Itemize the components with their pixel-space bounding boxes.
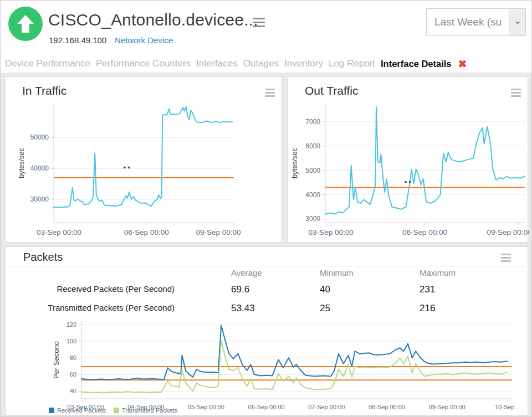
series-line-received-packets xyxy=(81,326,507,380)
series-line-out-traffic xyxy=(325,107,525,214)
x-tick-label: 10-Sep .. xyxy=(495,404,520,410)
legend-swatch-transmitted-packets xyxy=(114,408,119,413)
y-tick-label: 30000 xyxy=(30,195,49,203)
cell-minimum: 25 xyxy=(320,303,330,314)
device-title: CISCO_Antonello.devicee... xyxy=(48,11,258,29)
y-tick-label: 3000 xyxy=(305,215,320,223)
y-tick-label: 50000 xyxy=(30,133,49,141)
cell-average: 53.43 xyxy=(231,303,255,314)
y-tick-label: 5000 xyxy=(305,167,320,174)
y-tick-label: 40000 xyxy=(30,164,49,172)
x-tick-label: 07-Sep 00:00 xyxy=(308,404,345,410)
panel-title: In Traffic xyxy=(22,84,66,97)
tab-inventory[interactable]: Inventory xyxy=(284,58,323,69)
x-tick-label: 08-Sep 00:00 xyxy=(369,404,405,410)
column-header-minimum: Minimum xyxy=(320,268,354,277)
column-header-maximum: Maximum xyxy=(420,268,456,277)
chevron-down-icon: ⌄ xyxy=(514,15,521,27)
x-tick-label: 09-Sep 00:00 xyxy=(429,404,466,410)
legend-label: Transmitted Packets xyxy=(122,407,177,414)
out-traffic-panel: 3000400050006000700003-Sep 00:0006-Sep 0… xyxy=(288,76,528,243)
x-tick-label: 03-Sep 00:00 xyxy=(37,228,81,236)
y-tick-label: 4000 xyxy=(305,191,320,199)
close-icon[interactable]: ✖ xyxy=(458,58,467,70)
legend-item-received-packets: Received Packets xyxy=(49,407,106,414)
x-tick-label: 09-Sep 00:00 xyxy=(196,228,241,236)
marker-dot xyxy=(124,167,126,169)
x-tick-label: 05-Sep 00:00 xyxy=(188,404,224,410)
chart-legend: Received PacketsTransmitted Packets xyxy=(49,407,177,414)
packets-table-header: AverageMinimumMaximum xyxy=(6,268,528,279)
out-traffic-chart[interactable]: 3000400050006000700003-Sep 00:0006-Sep 0… xyxy=(288,77,529,243)
device-snapshot-page: { "header": { "title": "CISCO_Antonello.… xyxy=(0,0,532,417)
marker-dot xyxy=(409,181,411,183)
table-row-received-packets-per-second: Received Packets (Per Second)69.640231 xyxy=(6,284,528,296)
panel-menu-icon[interactable] xyxy=(501,254,511,264)
in-traffic-panel: 30000400005000003-Sep 00:0006-Sep 00:000… xyxy=(5,76,282,243)
row-label: Received Packets (Per Second) xyxy=(30,284,175,294)
x-tick-label: 06-Sep 00:00 xyxy=(402,228,447,236)
legend-label: Received Packets xyxy=(57,407,106,414)
y-tick-label: 60 xyxy=(70,371,76,378)
row-label: Transmitted Packets (Per Second) xyxy=(30,303,175,312)
panel-menu-icon[interactable] xyxy=(511,89,521,99)
tab-outages[interactable]: Outages xyxy=(243,58,279,69)
cell-maximum: 231 xyxy=(420,284,435,295)
device-type-link[interactable]: Network Device xyxy=(115,35,173,45)
tab-interface-details[interactable]: Interface Details xyxy=(381,59,451,69)
x-tick-label: 03-Sep 00:00 xyxy=(309,228,354,236)
in-traffic-chart[interactable]: 30000400005000003-Sep 00:0006-Sep 00:000… xyxy=(6,77,283,243)
device-header: CISCO_Antonello.devicee... 192.168.49.10… xyxy=(1,1,532,54)
legend-item-transmitted-packets: Transmitted Packets xyxy=(114,407,177,414)
y-axis-title: Per Second xyxy=(52,341,60,379)
panel-title: Packets xyxy=(23,251,63,264)
tab-performance-counters[interactable]: Performance Counters xyxy=(96,58,191,69)
device-ip: 192.168.49.100 xyxy=(49,35,106,45)
tab-bar: Device PerformancePerformance CountersIn… xyxy=(5,55,532,72)
y-axis-title: bytes/sec xyxy=(290,148,299,178)
x-tick-label: 06-Sep 00:00 xyxy=(124,228,169,236)
tab-log-report[interactable]: Log Report xyxy=(329,58,375,69)
up-arrow-icon xyxy=(17,14,34,33)
cell-average: 69.6 xyxy=(231,284,249,295)
marker-dot xyxy=(128,167,130,169)
cell-maximum: 216 xyxy=(420,303,435,314)
panel-menu-icon[interactable] xyxy=(265,89,275,99)
x-tick-label: 09-Sep 00:00 xyxy=(487,228,529,236)
x-tick-label: 06-Sep 00:00 xyxy=(248,404,285,410)
y-tick-label: 80 xyxy=(70,354,76,361)
column-header-average: Average xyxy=(231,268,262,277)
header-menu-icon[interactable] xyxy=(253,18,265,29)
time-range-value: Last Week (su xyxy=(434,9,507,35)
time-range-select[interactable]: Last Week (su ⌄ xyxy=(426,8,526,36)
legend-swatch-received-packets xyxy=(49,408,54,413)
y-tick-label: 40 xyxy=(70,388,76,394)
panel-title: Out Traffic xyxy=(305,84,358,97)
marker-dot xyxy=(405,181,407,183)
y-tick-label: 100 xyxy=(66,338,76,344)
packets-panel: 40608010012003-Sep 00:0004-Sep 00:0005-S… xyxy=(5,246,528,416)
cell-minimum: 40 xyxy=(320,284,330,295)
device-status-icon xyxy=(8,7,43,41)
table-row-transmitted-packets-per-second: Transmitted Packets (Per Second)53.43252… xyxy=(6,303,528,315)
tab-device-performance[interactable]: Device Performance xyxy=(5,58,90,69)
y-tick-label: 7000 xyxy=(305,118,320,126)
y-axis-title: bytes/sec xyxy=(17,148,25,178)
tab-interfaces[interactable]: Interfaces xyxy=(196,58,238,69)
series-line-in-traffic xyxy=(54,107,232,208)
panel-divider xyxy=(6,266,528,266)
y-tick-label: 6000 xyxy=(305,142,320,150)
select-arrow-box: ⌄ xyxy=(509,9,525,35)
y-tick-label: 120 xyxy=(66,321,76,328)
